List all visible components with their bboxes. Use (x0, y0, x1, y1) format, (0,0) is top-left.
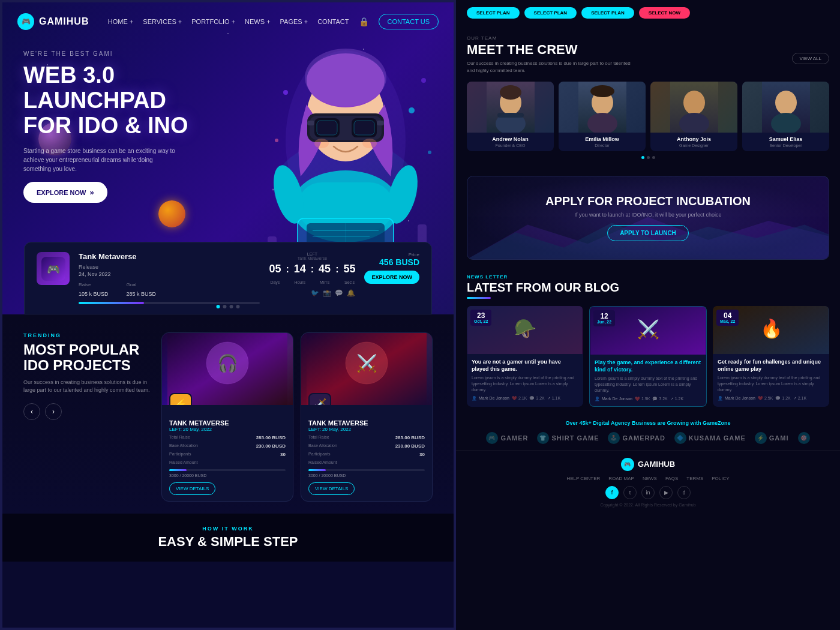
ido-desc: Our success in creating business solutio… (23, 379, 155, 395)
release-date: 24, Nov 2022 (79, 271, 111, 277)
ido-card-1-logo: ⚡ (169, 393, 192, 405)
ido-card-1-row-raise: Total Raise 285.00 BUSD (169, 435, 286, 440)
partners-logos: 🎮 GAMER 👕 SHIRT GAME 🕹️ GAMERPAD 🔷 KUSAM… (467, 432, 829, 444)
plan-btn-2[interactable]: SELECT PLAN (524, 7, 577, 19)
twitter-icon[interactable]: 🐦 (311, 289, 319, 297)
team-dot-1[interactable] (641, 156, 644, 159)
footer-terms[interactable]: TERMS (686, 476, 703, 481)
ido-card-2: ⚔️ 🗡️ TANK METAVERSE LEFT: 20 May, 2022 … (301, 332, 433, 502)
view-details-btn-2[interactable]: VIEW DETAILS (308, 482, 355, 495)
mins-block: 45 Min's (319, 263, 331, 286)
svg-point-31 (428, 151, 431, 154)
view-all-button[interactable]: VIEW ALL (792, 53, 829, 64)
ido-card-2-progress (308, 469, 425, 471)
nav-services[interactable]: SERVICES + (143, 18, 182, 25)
social-facebook[interactable]: f (605, 486, 619, 499)
ido-card-1-body: TANK METAVERSE LEFT: 20 May, 2022 Total … (162, 405, 293, 501)
ido-left: TRENDING MOST POPULAR IDO PROJECTS Our s… (23, 332, 155, 420)
nav-pages[interactable]: PAGES + (280, 18, 308, 25)
footer-logo-icon: 🎮 (621, 458, 634, 471)
social-instagram[interactable]: in (641, 486, 655, 499)
discord-icon[interactable]: 💬 (335, 289, 343, 297)
how-label: HOW IT WORK (23, 526, 433, 532)
how-title: EASY & SIMPLE STEP (23, 534, 433, 550)
blog-card-3: 🔥 04 Mac, 22 Get ready for fun challenge… (713, 306, 829, 407)
team-card-1: Andrew Nolan Founder & CEO (467, 82, 554, 151)
ido-card-1-progress-label: 3000 / 20000 BUSD (169, 473, 286, 478)
apply-to-launch-button[interactable]: APPLY TO LAUNCH (607, 225, 689, 241)
nav-links: HOME + SERVICES + PORTFOLIO + NEWS + PAG… (108, 14, 439, 29)
hero-title-line3: FOR IDO & INO (23, 113, 188, 139)
ido-card-2-row-alloc: Base Allocation 230.00 BUSD (308, 443, 425, 449)
hero-content: WE'RE THE BEST GAMI WEB 3.0 LAUNCHPAD FO… (23, 50, 188, 203)
explore-now-button[interactable]: EXPLORE NOW (23, 182, 107, 203)
blog-stat-3-1: ❤️ 2.5K (758, 396, 773, 401)
team-card-2-img (559, 82, 646, 133)
nav-news[interactable]: NEWS + (245, 18, 270, 25)
bell-icon[interactable]: 🔔 (347, 289, 355, 297)
footer-news[interactable]: NEWS (643, 476, 657, 481)
ido-card-1-fill (169, 469, 187, 471)
plan-btn-4[interactable]: SELECT NOW (639, 7, 690, 19)
nav-contact[interactable]: CONTACT (317, 18, 349, 25)
blog-card-2-img: ⚔️ 12 Jun, 22 (590, 307, 706, 355)
footer-policy[interactable]: POLICY (712, 476, 729, 481)
blog-card-2-title: Play the game, and experience a differen… (595, 359, 701, 373)
social-discord[interactable]: d (677, 486, 691, 499)
team-header: MEET THE CREW Our success in creating bu… (467, 42, 829, 74)
footer-roadmap[interactable]: ROAD MAP (608, 476, 634, 481)
team-card-2: Emilia Millow Director (559, 82, 646, 151)
days-block: 05 Days (269, 263, 281, 286)
dot-4[interactable] (236, 305, 240, 308)
team-card-1-name: Andrew Nolan (469, 136, 551, 142)
prev-arrow[interactable]: ‹ (23, 403, 40, 420)
social-youtube[interactable]: ▶ (659, 486, 673, 499)
team-card-3-role: Game Designer (653, 143, 735, 148)
footer-help[interactable]: HELP CENTER (566, 476, 600, 481)
card-stats: Raise 105 k BUSD Goal 285 k BUSD (79, 282, 260, 298)
card-info: Tank Metaverse Release 24, Nov 2022 Rais… (79, 252, 260, 304)
vr-character (250, 20, 442, 272)
contact-us-button[interactable]: CONTACT US (379, 14, 439, 29)
dot-2[interactable] (223, 305, 227, 308)
svg-point-54 (683, 91, 705, 115)
nav-portfolio[interactable]: PORTFOLIO + (191, 18, 235, 25)
nav-home[interactable]: HOME + (108, 18, 133, 25)
card-progress-bar (79, 302, 260, 304)
ido-card-1-progress (169, 469, 286, 471)
timer-values: 05 Days : 14 Hours : 45 Min's : (269, 263, 355, 286)
footer-faqs[interactable]: FAQS (665, 476, 678, 481)
svg-text:🎮: 🎮 (47, 263, 61, 276)
plan-btn-1[interactable]: SELECT PLAN (467, 7, 520, 19)
svg-rect-48 (497, 113, 524, 118)
left-panel: 🎮 GAMIHUB HOME + SERVICES + PORTFOLIO + … (0, 0, 456, 630)
svg-point-52 (590, 85, 614, 97)
ido-card-1-date: LEFT: 20 May, 2022 (169, 427, 286, 432)
team-card-4-img (742, 82, 829, 133)
explore-now-btn[interactable]: EXPLORE NOW (364, 271, 419, 284)
partners-section: Over 45k+ Digital Agency Business are Gr… (456, 414, 840, 450)
next-arrow[interactable]: › (45, 403, 62, 420)
blog-author-1: 👤 Mark De Jonson (472, 396, 509, 401)
team-dot-3[interactable] (652, 156, 655, 159)
incubation-desc: If you want to launch at IDO/INO, it wil… (479, 212, 817, 218)
blog-card-3-desc: Lorem ipsum is a simply dummy text of th… (718, 375, 824, 392)
our-team-label: OUR TEAM (467, 35, 829, 41)
view-details-btn-1[interactable]: VIEW DETAILS (169, 482, 215, 495)
social-twitter[interactable]: t (623, 486, 637, 499)
dot-3[interactable] (230, 305, 233, 308)
blog-stat-3-3: ↗ 2.1K (793, 396, 806, 401)
nav-logo: 🎮 GAMIHUB (17, 13, 89, 30)
dot-1[interactable] (217, 305, 220, 308)
plans-bar: SELECT PLAN SELECT PLAN SELECT PLAN SELE… (456, 0, 840, 26)
blog-stat-1-2: 💬 3.2K (529, 396, 544, 401)
blog-card-2-meta: 👤 Mark De Jonson ❤️ 1.9K 💬 3.2K ↗ 1.2K (595, 397, 701, 401)
team-card-1-info: Andrew Nolan Founder & CEO (467, 133, 554, 151)
team-dot-2[interactable] (647, 156, 650, 159)
instagram-icon[interactable]: 📸 (323, 289, 331, 297)
blog-stat-1-1: ❤️ 2.1K (512, 396, 527, 401)
team-card-4-role: Senior Developer (745, 143, 827, 148)
planet-2 (158, 200, 185, 227)
plan-btn-3[interactable]: SELECT PLAN (581, 7, 634, 19)
blog-stat-1-3: ↗ 1.1K (547, 396, 560, 401)
